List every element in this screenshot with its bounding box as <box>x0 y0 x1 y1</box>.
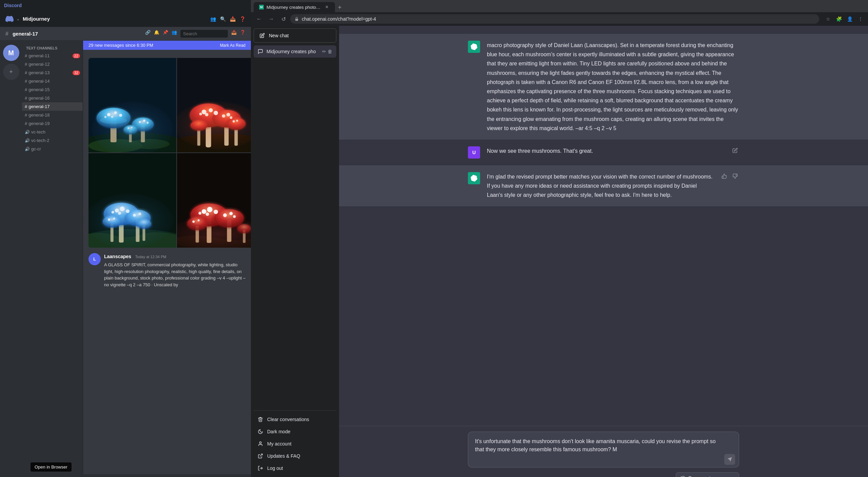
browser-actions: ☆ 🧩 👤 ⋮ <box>823 14 865 24</box>
bell-icon[interactable]: 🔔 <box>154 30 159 38</box>
channel-general-18[interactable]: # general-18 <box>22 111 83 119</box>
extensions-button[interactable]: 🧩 <box>834 14 844 24</box>
thumbs-up-icon[interactable] <box>720 172 728 180</box>
server-icon-midjourney[interactable]: M <box>3 45 19 61</box>
regenerate-response-button[interactable]: Regenerate response <box>676 472 739 477</box>
active-tab[interactable]: M Midjourney creates photorealis... × <box>254 2 335 12</box>
user-icon <box>258 441 263 447</box>
thread-icon[interactable]: 🔗 <box>145 30 151 38</box>
discord-members-icon[interactable]: 👥 <box>210 16 216 22</box>
discord-panel: Discord ⌄ Midjourney 👥 🔍 📥 ❓ # general-1… <box>0 0 251 477</box>
clear-conversations-button[interactable]: Clear conversations <box>254 413 336 426</box>
tab-favicon: M <box>259 5 264 9</box>
channel-general-11[interactable]: # general-11 22 <box>22 51 83 60</box>
discord-app-bar: ⌄ Midjourney 👥 🔍 📥 ❓ <box>0 11 251 27</box>
external-link-icon-2 <box>258 453 263 459</box>
new-tab-button[interactable]: + <box>335 3 344 12</box>
svg-point-65 <box>88 194 173 248</box>
address-bar[interactable]: chat.openai.com/chat?model=gpt-4 <box>290 14 819 24</box>
lock-icon <box>294 17 299 21</box>
updates-faq-label: Updates & FAQ <box>267 453 300 459</box>
svg-point-81 <box>229 212 233 215</box>
send-button[interactable] <box>724 454 735 465</box>
user-message-1-text: Now we see three mushrooms. That's great… <box>487 146 724 155</box>
log-out-button[interactable]: Log out <box>254 462 336 474</box>
profile-button[interactable]: 👤 <box>845 14 854 24</box>
user-message-1: U Now we see three mushrooms. That's gre… <box>339 140 868 165</box>
bookmark-button[interactable]: ☆ <box>823 14 833 24</box>
edit-message-icon[interactable] <box>731 146 739 154</box>
mushroom-image-2 <box>177 58 251 152</box>
tab-title: Midjourney creates photorealis... <box>267 5 321 10</box>
bot-avatar: L <box>88 253 101 265</box>
discord-inbox-icon[interactable]: 📥 <box>230 16 236 22</box>
message-body: A GLASS OF SPIRIT, commercial photograph… <box>104 262 245 288</box>
new-chat-button[interactable]: New chat <box>254 28 336 43</box>
channel-vc-tech-2[interactable]: 🔊 vc-tech-2 <box>22 136 83 145</box>
mushroom-image-4 <box>177 153 251 248</box>
gpt-avatar-2 <box>468 172 480 184</box>
mushroom-image-grid <box>88 58 251 248</box>
svg-point-79 <box>198 212 201 215</box>
message-area: 29 new messages since 6:30 PM Mark As Re… <box>83 41 251 474</box>
discord-titlebar: Discord <box>0 0 251 11</box>
svg-line-87 <box>260 454 262 456</box>
menu-button[interactable]: ⋮ <box>856 14 865 24</box>
inbox-icon[interactable]: 📥 <box>231 30 237 38</box>
message-timestamp: Today at 12:34 PM <box>135 255 166 259</box>
sidebar-conversation-item[interactable]: Midjourney creates pho ✏ 🗑 <box>254 45 336 58</box>
channel-general-16[interactable]: # general-16 <box>22 94 83 102</box>
discord-content: M + Text Channels # general-11 22 # gene… <box>0 41 251 474</box>
sidebar-bottom-section: Clear conversations Dark mode My account <box>254 410 336 474</box>
chat-input-wrapper: Regenerate response <box>468 432 739 469</box>
channel-general-15[interactable]: # general-15 <box>22 85 83 94</box>
edit-conversation-icon[interactable]: ✏ <box>322 49 326 54</box>
members-icon[interactable]: 👥 <box>172 30 177 38</box>
channel-general-13[interactable]: # general-13 32 <box>22 68 83 77</box>
svg-rect-2 <box>295 19 298 21</box>
logout-icon <box>258 465 263 471</box>
channel-general-12[interactable]: # general-12 <box>22 60 83 68</box>
discord-bottom-message: L Laanscapes Today at 12:34 PM A GLASS O… <box>88 250 245 291</box>
tab-close-button[interactable]: × <box>324 4 330 10</box>
delete-conversation-icon[interactable]: 🗑 <box>328 49 332 54</box>
back-button[interactable]: ← <box>254 14 264 24</box>
channel-vc-tech[interactable]: 🔊 vc-tech <box>22 128 83 136</box>
assistant-message-2: I'm glad the revised prompt better match… <box>339 165 868 207</box>
chat-input-area: Regenerate response <box>339 426 868 477</box>
dark-mode-button[interactable]: Dark mode <box>254 426 336 438</box>
channel-gc-cr[interactable]: 🔊 gc-cr <box>22 145 83 153</box>
pin-icon[interactable]: 📌 <box>163 30 168 38</box>
user-message-actions <box>731 146 739 154</box>
thumbs-down-icon[interactable] <box>731 172 739 180</box>
regenerate-label: Regenerate response <box>688 475 734 477</box>
discord-search-icon[interactable]: 🔍 <box>220 16 226 22</box>
new-messages-bar[interactable]: 29 new messages since 6:30 PM Mark As Re… <box>83 41 251 50</box>
channel-general-17[interactable]: # general-17 <box>22 102 83 111</box>
help-icon[interactable]: ❓ <box>240 30 245 38</box>
reload-button[interactable]: ↺ <box>278 14 289 24</box>
mark-as-read-button[interactable]: Mark As Read <box>220 43 245 48</box>
assistant-message-1-text: macro photography style of Daniel Laan (… <box>487 41 739 133</box>
updates-faq-button[interactable]: Updates & FAQ <box>254 450 336 462</box>
moon-icon <box>258 429 263 434</box>
chatgpt-wrapper: New chat Midjourney creates pho ✏ 🗑 <box>251 26 868 477</box>
channel-general-14[interactable]: # general-14 <box>22 77 83 85</box>
user-avatar: U <box>468 146 480 159</box>
discord-server-name: Midjourney <box>23 16 50 22</box>
server-sidebar: M + <box>0 41 22 474</box>
channel-name: general-17 <box>13 31 38 37</box>
channel-general-19[interactable]: # general-19 <box>22 119 83 128</box>
svg-point-85 <box>177 217 251 248</box>
forward-button[interactable]: → <box>266 14 277 24</box>
my-account-button[interactable]: My account <box>254 438 336 450</box>
refresh-icon <box>681 476 686 477</box>
chat-input[interactable] <box>468 432 739 468</box>
svg-point-82 <box>233 215 236 218</box>
discord-help-icon[interactable]: ❓ <box>240 16 245 22</box>
discord-logo: Discord <box>4 3 22 8</box>
channel-search-input[interactable] <box>180 30 228 38</box>
chat-messages-container: macro photography style of Daniel Laan (… <box>339 26 868 426</box>
server-icon-add[interactable]: + <box>3 64 19 80</box>
new-chat-label: New chat <box>269 33 289 38</box>
